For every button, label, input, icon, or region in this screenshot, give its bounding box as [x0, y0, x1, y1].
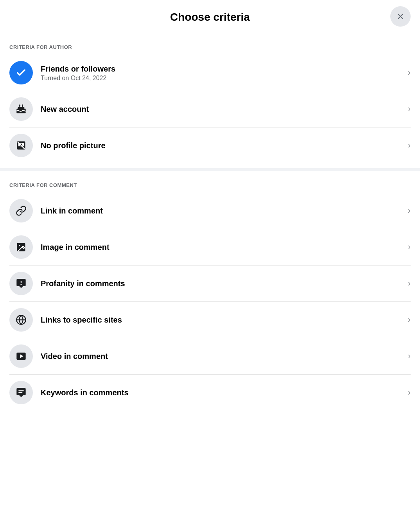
- friends-followers-subtitle: Turned on Oct 24, 2022: [41, 75, 403, 82]
- link-in-comment-chevron: ›: [408, 206, 411, 216]
- link-in-comment-title: Link in comment: [41, 206, 403, 216]
- links-specific-sites-icon-container: [9, 308, 33, 332]
- profanity-icon-container: [9, 272, 33, 295]
- friends-followers-chevron: ›: [408, 68, 411, 78]
- svg-point-15: [21, 284, 22, 285]
- header: Choose criteria: [0, 0, 420, 33]
- link-icon: [16, 205, 27, 216]
- link-in-comment-icon-container: [9, 199, 33, 222]
- criteria-item-no-profile-picture[interactable]: No profile picture ›: [0, 127, 420, 163]
- close-button[interactable]: [390, 6, 411, 27]
- image-in-comment-chevron: ›: [408, 242, 411, 252]
- svg-rect-14: [21, 281, 22, 283]
- keywords-icon-container: [9, 381, 33, 404]
- new-account-text: New account: [41, 104, 403, 114]
- new-account-icon-container: [9, 97, 33, 121]
- no-profile-picture-icon-container: [9, 134, 33, 157]
- profanity-text: Profanity in comments: [41, 278, 403, 289]
- page-title: Choose criteria: [170, 11, 250, 23]
- no-profile-picture-text: No profile picture: [41, 140, 403, 151]
- criteria-item-link-in-comment[interactable]: Link in comment ›: [0, 193, 420, 229]
- keywords-icon: [16, 387, 27, 398]
- image-icon: [16, 242, 27, 253]
- keywords-title: Keywords in comments: [41, 387, 403, 398]
- friends-followers-text: Friends or followers Turned on Oct 24, 2…: [41, 64, 403, 82]
- video-in-comment-text: Video in comment: [41, 351, 403, 361]
- globe-icon: [16, 314, 27, 325]
- image-in-comment-title: Image in comment: [41, 242, 403, 252]
- no-profile-picture-chevron: ›: [408, 140, 411, 151]
- close-icon: [396, 12, 405, 21]
- video-icon: [16, 351, 27, 362]
- keywords-text: Keywords in comments: [41, 387, 403, 398]
- section-comment-label: CRITERIA FOR COMMENT: [0, 171, 420, 193]
- keywords-chevron: ›: [408, 387, 411, 398]
- criteria-item-image-in-comment[interactable]: Image in comment ›: [0, 229, 420, 265]
- profanity-chevron: ›: [408, 278, 411, 289]
- video-in-comment-icon-container: [9, 344, 33, 368]
- image-in-comment-icon-container: [9, 235, 33, 259]
- section-author: CRITERIA FOR AUTHOR Friends or followers…: [0, 33, 420, 163]
- criteria-item-profanity[interactable]: Profanity in comments ›: [0, 265, 420, 301]
- new-account-chevron: ›: [408, 104, 411, 114]
- friends-followers-icon-container: [9, 61, 33, 84]
- criteria-item-keywords[interactable]: Keywords in comments ›: [0, 375, 420, 411]
- svg-point-6: [19, 104, 21, 106]
- criteria-item-new-account[interactable]: New account ›: [0, 91, 420, 127]
- no-profile-icon: [16, 140, 27, 151]
- criteria-item-video-in-comment[interactable]: Video in comment ›: [0, 338, 420, 374]
- links-specific-sites-chevron: ›: [408, 315, 411, 325]
- svg-point-7: [22, 104, 23, 106]
- svg-point-13: [19, 245, 20, 246]
- no-profile-picture-title: No profile picture: [41, 140, 403, 151]
- checkmark-icon: [16, 67, 27, 78]
- svg-rect-3: [18, 107, 24, 109]
- link-in-comment-text: Link in comment: [41, 206, 403, 216]
- cake-icon: [16, 104, 27, 115]
- profanity-icon: [16, 278, 27, 289]
- image-in-comment-text: Image in comment: [41, 242, 403, 252]
- new-account-title: New account: [41, 104, 403, 114]
- video-in-comment-title: Video in comment: [41, 351, 403, 361]
- criteria-item-friends-followers[interactable]: Friends or followers Turned on Oct 24, 2…: [0, 55, 420, 91]
- criteria-item-links-specific-sites[interactable]: Links to specific sites ›: [0, 302, 420, 338]
- video-in-comment-chevron: ›: [408, 351, 411, 361]
- friends-followers-title: Friends or followers: [41, 64, 403, 74]
- page-container: Choose criteria CRITERIA FOR AUTHOR Frie…: [0, 0, 420, 411]
- links-specific-sites-title: Links to specific sites: [41, 315, 403, 325]
- profanity-title: Profanity in comments: [41, 278, 403, 289]
- section-comment: CRITERIA FOR COMMENT Link in comment ›: [0, 171, 420, 411]
- section-author-label: CRITERIA FOR AUTHOR: [0, 33, 420, 55]
- section-divider: [0, 168, 420, 171]
- links-specific-sites-text: Links to specific sites: [41, 315, 403, 325]
